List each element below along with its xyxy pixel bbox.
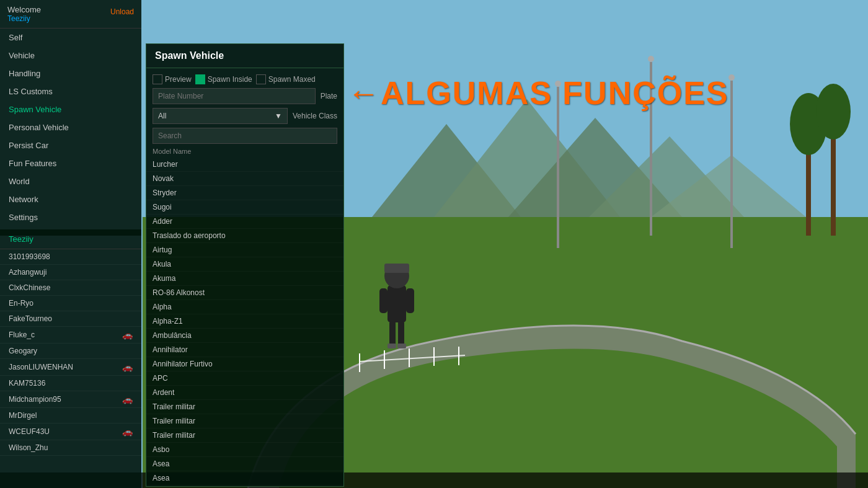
vehicle-list[interactable]: LurcherNovakStryderSugoiAdderTraslado do… bbox=[146, 157, 343, 486]
vehicle-item[interactable]: Novak bbox=[146, 172, 343, 186]
car-icon: 🚗 bbox=[122, 394, 133, 404]
player-item[interactable]: KAM75136 bbox=[0, 376, 141, 391]
nav-item-personal-vehicle[interactable]: Personal Vehicle bbox=[0, 118, 141, 136]
players-header: Teeziiy bbox=[0, 229, 141, 249]
player-name: Geogary bbox=[9, 347, 37, 355]
vehicle-item[interactable]: Adder bbox=[146, 215, 343, 229]
vehicle-item[interactable]: Asea bbox=[146, 457, 343, 471]
car-icon: 🚗 bbox=[122, 362, 133, 372]
vehicle-item[interactable]: Trailer militar bbox=[146, 400, 343, 414]
nav-item-ls-customs[interactable]: LS Customs bbox=[0, 82, 141, 100]
player-item[interactable]: En-Ryo bbox=[0, 296, 141, 311]
nav-item-settings[interactable]: Settings bbox=[0, 208, 141, 226]
sidebar-main: Welcome Teeziiy Unload SelfVehicleHandli… bbox=[0, 0, 141, 236]
spawn-controls: Preview Spawn Inside Spawn Maxed bbox=[146, 68, 343, 88]
spawn-inside-checkbox[interactable] bbox=[195, 74, 205, 84]
vehicle-item[interactable]: Lurcher bbox=[146, 157, 343, 172]
plate-row: Plate bbox=[146, 88, 343, 108]
player-item[interactable]: WCEUF43U🚗 bbox=[0, 424, 141, 440]
nav-item-network[interactable]: Network bbox=[0, 190, 141, 208]
svg-rect-22 bbox=[389, 321, 396, 346]
svg-point-17 bbox=[728, 74, 735, 81]
vehicle-item[interactable]: Annihilator Furtivo bbox=[146, 357, 343, 371]
svg-rect-26 bbox=[379, 288, 388, 313]
vehicle-item[interactable]: Stryder bbox=[146, 186, 343, 200]
class-select[interactable]: All ▼ bbox=[153, 108, 288, 124]
svg-rect-27 bbox=[406, 288, 414, 313]
player-item[interactable]: Geogary bbox=[0, 344, 141, 359]
vehicle-item[interactable]: Trailer militar bbox=[146, 428, 343, 443]
player-item[interactable]: Azhangwuji bbox=[0, 265, 141, 280]
player-name: Midchampion95 bbox=[9, 395, 61, 404]
vehicle-item[interactable]: Akula bbox=[146, 257, 343, 272]
player-item[interactable]: Wilson_Zhu bbox=[0, 440, 141, 456]
spawn-maxed-checkbox[interactable] bbox=[256, 74, 266, 84]
players-sidebar: Teeziiy 3101993698AzhangwujiClxkChineseE… bbox=[0, 229, 141, 488]
spawn-inside-toggle[interactable]: Spawn Inside bbox=[195, 74, 252, 84]
player-name: Azhangwuji bbox=[9, 268, 46, 277]
player-name: KAM75136 bbox=[9, 379, 45, 388]
player-item[interactable]: Midchampion95🚗 bbox=[0, 391, 141, 408]
vehicle-item[interactable]: Asterope bbox=[146, 486, 343, 486]
vehicle-item[interactable]: Ambulância bbox=[146, 329, 343, 343]
spawn-maxed-toggle[interactable]: Spawn Maxed bbox=[256, 74, 316, 84]
player-item[interactable]: Fluke_c🚗 bbox=[0, 327, 141, 344]
player-item[interactable]: ClxkChinese bbox=[0, 280, 141, 296]
spawn-maxed-label: Spawn Maxed bbox=[268, 75, 316, 84]
vehicle-item[interactable]: Alpha-Z1 bbox=[146, 314, 343, 329]
nav-items: SelfVehicleHandlingLS CustomsSpawn Vehic… bbox=[0, 29, 141, 226]
player-name: 3101993698 bbox=[9, 252, 50, 261]
nav-item-spawn-vehicle[interactable]: Spawn Vehicle bbox=[0, 100, 141, 118]
class-value: All bbox=[158, 112, 166, 120]
vehicle-list-header: Model Name bbox=[146, 148, 343, 157]
vehicle-item[interactable]: Traslado do aeroporto bbox=[146, 229, 343, 243]
player-name: JasonLIUWENHAN bbox=[9, 363, 73, 371]
svg-point-31 bbox=[816, 84, 851, 140]
unload-button[interactable]: Unload bbox=[110, 7, 134, 16]
spawn-panel-title: Spawn Vehicle bbox=[146, 44, 343, 68]
vehicle-item[interactable]: Annihilator bbox=[146, 343, 343, 357]
player-name: WCEUF43U bbox=[9, 427, 50, 436]
player-item[interactable]: MrDirgel bbox=[0, 408, 141, 424]
sidebar-header: Welcome Teeziiy Unload bbox=[0, 0, 141, 29]
nav-item-fun-features[interactable]: Fun Features bbox=[0, 154, 141, 172]
svg-rect-21 bbox=[384, 264, 409, 273]
svg-point-15 bbox=[648, 56, 654, 62]
players-list: 3101993698AzhangwujiClxkChineseEn-RyoFak… bbox=[0, 249, 141, 456]
preview-label: Preview bbox=[165, 75, 192, 84]
vehicle-item[interactable]: Asbo bbox=[146, 443, 343, 457]
vehicle-item[interactable]: Akuma bbox=[146, 272, 343, 286]
svg-rect-25 bbox=[397, 344, 406, 348]
player-name: MrDirgel bbox=[9, 411, 37, 420]
nav-item-handling[interactable]: Handling bbox=[0, 64, 141, 82]
svg-rect-23 bbox=[398, 321, 404, 346]
preview-checkbox[interactable] bbox=[153, 74, 162, 84]
player-item[interactable]: JasonLIUWENHAN🚗 bbox=[0, 359, 141, 376]
vehicle-item[interactable]: APC bbox=[146, 371, 343, 386]
player-item[interactable]: 3101993698 bbox=[0, 249, 141, 265]
vehicle-item[interactable]: Asea bbox=[146, 471, 343, 486]
class-row: All ▼ Vehicle Class bbox=[146, 108, 343, 128]
vehicle-item[interactable]: RO-86 Alkonost bbox=[146, 286, 343, 300]
car-icon: 🚗 bbox=[122, 427, 133, 437]
plate-input[interactable] bbox=[153, 88, 316, 104]
player-name: En-Ryo bbox=[9, 299, 33, 308]
vehicle-item[interactable]: Alpha bbox=[146, 300, 343, 314]
nav-item-vehicle[interactable]: Vehicle bbox=[0, 47, 141, 64]
vehicle-item[interactable]: Airtug bbox=[146, 243, 343, 257]
nav-item-persist-car[interactable]: Persist Car bbox=[0, 136, 141, 154]
spawn-panel: Spawn Vehicle Preview Spawn Inside Spawn… bbox=[146, 43, 344, 487]
nav-item-self[interactable]: Self bbox=[0, 29, 141, 47]
nav-item-world[interactable]: World bbox=[0, 172, 141, 190]
vehicle-item[interactable]: Trailer militar bbox=[146, 414, 343, 428]
svg-rect-19 bbox=[388, 285, 406, 322]
player-item[interactable]: FakeTourneo bbox=[0, 311, 141, 327]
model-name-label: Model Name bbox=[153, 148, 191, 155]
preview-toggle[interactable]: Preview bbox=[153, 74, 192, 84]
search-input[interactable] bbox=[153, 128, 337, 144]
player-name: Wilson_Zhu bbox=[9, 443, 48, 452]
vehicle-item[interactable]: Sugoi bbox=[146, 200, 343, 215]
svg-rect-24 bbox=[388, 344, 396, 348]
vehicle-item[interactable]: Ardent bbox=[146, 386, 343, 400]
player-name: FakeTourneo bbox=[9, 314, 52, 323]
